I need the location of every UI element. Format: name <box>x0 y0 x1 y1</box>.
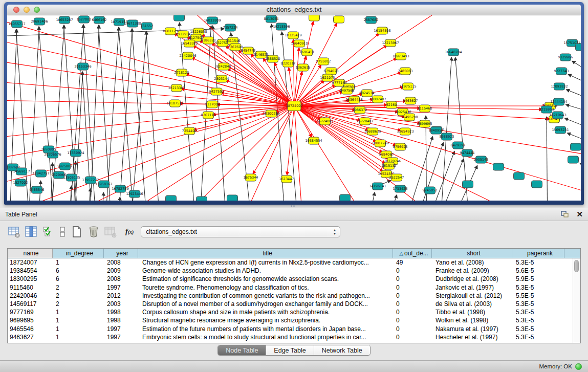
float-panel-icon[interactable] <box>561 211 569 218</box>
table-cell[interactable]: Wolkin et al. (1998) <box>432 316 512 324</box>
table-cell[interactable]: Tibbo et al. (1998) <box>432 308 512 316</box>
table-cell[interactable]: 2 <box>53 292 104 300</box>
table-selector-dropdown[interactable]: citations_edges.txt ▲▼ <box>141 226 340 237</box>
table-cell[interactable]: de Silva et al. (2003) <box>432 300 512 308</box>
table-cell[interactable]: 5.9E-5 <box>512 275 564 283</box>
tab-edge-table[interactable]: Edge Table <box>266 345 313 355</box>
table-cell[interactable]: 0 <box>393 316 432 324</box>
table-cell[interactable]: 1998 <box>104 316 138 324</box>
graph-node[interactable] <box>576 43 581 51</box>
column-header-short[interactable]: short <box>432 249 512 258</box>
citation-edge[interactable] <box>164 106 294 201</box>
graph-node[interactable] <box>532 181 542 188</box>
graph-edge[interactable] <box>146 31 161 201</box>
table-row[interactable]: 946362711997Embryonic stem cells: a mode… <box>8 333 580 341</box>
graph-edge[interactable] <box>365 192 375 201</box>
column-header-year[interactable]: year <box>104 249 138 258</box>
citation-edge[interactable] <box>7 106 294 120</box>
graph-edge[interactable] <box>566 104 581 114</box>
table-cell[interactable]: Structural magnetic resonance image aver… <box>138 316 393 324</box>
graph-edge[interactable] <box>547 117 548 201</box>
table-row[interactable]: 977716911998Corpus callosum shape and si… <box>8 308 580 316</box>
show-columns-icon[interactable] <box>25 226 37 238</box>
tab-node-table[interactable]: Node Table <box>218 345 266 355</box>
citation-edge[interactable] <box>234 106 294 201</box>
graph-node[interactable] <box>227 195 238 201</box>
table-row[interactable]: 946554611997Estimation of the future num… <box>8 325 580 333</box>
table-cell[interactable]: 19384554 <box>8 267 53 275</box>
table-cell[interactable]: 1997 <box>104 325 138 333</box>
table-cell[interactable]: 0 <box>393 275 432 283</box>
table-cell[interactable]: 22420046 <box>8 292 53 300</box>
table-cell[interactable]: 5.3E-5 <box>512 325 564 333</box>
table-cell[interactable]: 14569117 <box>8 300 53 308</box>
graph-edge[interactable] <box>117 29 132 201</box>
table-row[interactable]: 911546021997Tourette syndrome. Phenomeno… <box>8 283 580 292</box>
table-cell[interactable]: 5.3E-5 <box>512 300 564 308</box>
graph-node[interactable] <box>334 16 344 23</box>
table-cell[interactable]: 0 <box>393 283 432 292</box>
table-row[interactable]: 2242004622012Investigating the contribut… <box>8 292 580 300</box>
column-header-out_de[interactable]: △out_de... <box>393 249 432 258</box>
graph-edge[interactable] <box>572 61 581 76</box>
table-cell[interactable]: 1997 <box>104 333 138 341</box>
zoom-window-button[interactable] <box>34 7 40 13</box>
graph-node[interactable] <box>309 15 320 21</box>
graph-edge[interactable] <box>566 90 581 101</box>
graph-edge[interactable] <box>9 29 17 201</box>
graph-edge[interactable] <box>130 31 146 201</box>
table-cell[interactable]: 1997 <box>104 283 138 292</box>
table-row[interactable]: 1938455462009Genome-wide association stu… <box>8 267 580 275</box>
table-cell[interactable]: 5.3E-5 <box>512 333 564 341</box>
table-cell[interactable]: 2003 <box>104 300 138 308</box>
citation-edge[interactable] <box>294 48 299 106</box>
close-window-button[interactable] <box>13 7 19 13</box>
table-cell[interactable]: 0 <box>393 308 432 316</box>
graph-node[interactable] <box>174 15 185 21</box>
table-cell[interactable]: 0 <box>393 333 432 341</box>
table-cell[interactable]: 5.3E-5 <box>512 283 564 292</box>
table-cell[interactable]: 5.6E-5 <box>512 267 564 275</box>
table-cell[interactable]: Corpus callosum shape and size in male p… <box>138 308 393 316</box>
table-cell[interactable]: 1 <box>53 333 104 341</box>
table-cell[interactable]: 2 <box>53 300 104 308</box>
citation-edge[interactable] <box>293 39 294 106</box>
table-scrollbar[interactable] <box>573 258 580 343</box>
close-panel-icon[interactable]: ✕ <box>576 211 583 218</box>
table-cell[interactable]: 1998 <box>104 308 138 316</box>
delete-columns-icon[interactable] <box>88 226 100 238</box>
table-cell[interactable]: 0 <box>393 300 432 308</box>
graph-node[interactable] <box>571 143 581 150</box>
table-cell[interactable]: 6 <box>53 267 104 275</box>
table-cell[interactable]: 9777169 <box>8 308 53 316</box>
table-cell[interactable]: 2 <box>53 283 104 292</box>
table-cell[interactable]: 2009 <box>104 267 138 275</box>
table-cell[interactable]: Genome-wide association studies in ADHD. <box>138 267 393 275</box>
table-scrollbar-thumb[interactable] <box>574 260 579 272</box>
table-cell[interactable]: 9465546 <box>8 325 53 333</box>
table-cell[interactable]: Stergiakouli et al. (2012) <box>432 292 512 300</box>
column-header-in_degree[interactable]: in_degree <box>53 249 104 258</box>
table-mode-icon[interactable] <box>8 226 20 238</box>
unselect-all-columns-icon[interactable] <box>59 226 66 238</box>
graph-node[interactable] <box>463 181 473 188</box>
table-cell[interactable]: Estimation of significance thresholds fo… <box>138 275 393 283</box>
table-row[interactable]: 969969511998Structural magnetic resonanc… <box>8 316 580 324</box>
table-cell[interactable]: Jankovic et al. (1997) <box>432 283 512 292</box>
table-cell[interactable]: 6 <box>53 275 104 283</box>
network-canvas[interactable]: 1830029586011238912954182260589127502165… <box>7 15 581 201</box>
graph-edge[interactable] <box>383 195 397 201</box>
graph-node[interactable] <box>514 172 525 180</box>
table-cell[interactable]: 1 <box>53 325 104 333</box>
graph-edge[interactable] <box>567 133 581 144</box>
table-cell[interactable]: 0 <box>393 292 432 300</box>
table-cell[interactable]: Tourette syndrome. Phenomenology and cla… <box>138 283 393 292</box>
table-cell[interactable]: 5.3E-5 <box>512 258 564 267</box>
table-cell[interactable]: 1 <box>53 316 104 324</box>
table-cell[interactable]: 5.5E-5 <box>512 292 564 300</box>
table-cell[interactable]: 2008 <box>104 258 138 267</box>
table-cell[interactable]: 9115460 <box>8 283 53 292</box>
table-cell[interactable]: 0 <box>393 267 432 275</box>
graph-edge[interactable] <box>432 159 464 201</box>
table-cell[interactable]: Yano et al. (2008) <box>432 258 512 267</box>
